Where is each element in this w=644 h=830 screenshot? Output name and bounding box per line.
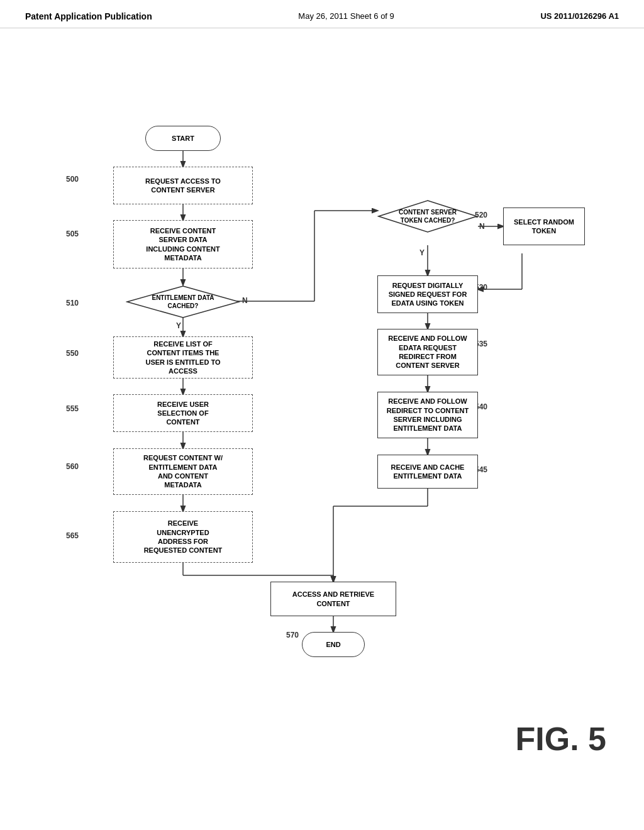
header-date: May 26, 2011 Sheet 6 of 9 bbox=[298, 11, 394, 21]
diagram-area: START 500 REQUEST ACCESS TOCONTENT SERVE… bbox=[0, 28, 644, 795]
node-520: CONTENT SERVERTOKEN CACHED? bbox=[377, 199, 478, 233]
yn-n510: N bbox=[242, 296, 248, 305]
end-node: END bbox=[302, 632, 365, 657]
node-565: RECEIVEUNENCRYPTEDADDRESS FORREQUESTED C… bbox=[113, 511, 253, 563]
node-505: RECEIVE CONTENTSERVER DATAINCLUDING CONT… bbox=[113, 220, 253, 268]
header-title: Patent Application Publication bbox=[25, 11, 152, 21]
label-500: 500 bbox=[66, 175, 79, 184]
label-505: 505 bbox=[66, 230, 79, 238]
node-555: RECEIVE USERSELECTION OFCONTENT bbox=[113, 394, 253, 432]
yn-n520: N bbox=[479, 222, 485, 231]
node-570-access: ACCESS AND RETRIEVECONTENT bbox=[270, 582, 396, 616]
yn-y510: Y bbox=[176, 321, 181, 330]
node-545: RECEIVE AND CACHEENTITLEMENT DATA bbox=[377, 455, 478, 489]
page-header: Patent Application Publication May 26, 2… bbox=[0, 0, 644, 28]
flowchart-arrows bbox=[0, 28, 644, 795]
fig-label: FIG. 5 bbox=[516, 720, 606, 758]
node-540: RECEIVE AND FOLLOWREDIRECT TO CONTENTSER… bbox=[377, 392, 478, 438]
start-node: START bbox=[145, 126, 221, 151]
label-570: 570 bbox=[286, 631, 299, 639]
label-555: 555 bbox=[66, 404, 79, 413]
label-565: 565 bbox=[66, 531, 79, 540]
node-535: RECEIVE AND FOLLOWEDATA REQUESTREDIRECT … bbox=[377, 329, 478, 375]
label-550: 550 bbox=[66, 349, 79, 358]
node-530: REQUEST DIGITALLYSIGNED REQUEST FOREDATA… bbox=[377, 275, 478, 313]
yn-y520: Y bbox=[419, 248, 425, 257]
node-550: RECEIVE LIST OFCONTENT ITEMS THEUSER IS … bbox=[113, 336, 253, 379]
node-510: ENTITLEMENT DATACACHED? bbox=[126, 285, 240, 319]
node-560: REQUEST CONTENT W/ENTITLEMENT DATAAND CO… bbox=[113, 448, 253, 495]
node-500: REQUEST ACCESS TOCONTENT SERVER bbox=[113, 167, 253, 204]
label-510: 510 bbox=[66, 299, 79, 307]
header-patent: US 2011/0126296 A1 bbox=[540, 11, 619, 21]
label-560: 560 bbox=[66, 462, 79, 471]
node-525: SELECT RANDOMTOKEN bbox=[503, 208, 585, 245]
